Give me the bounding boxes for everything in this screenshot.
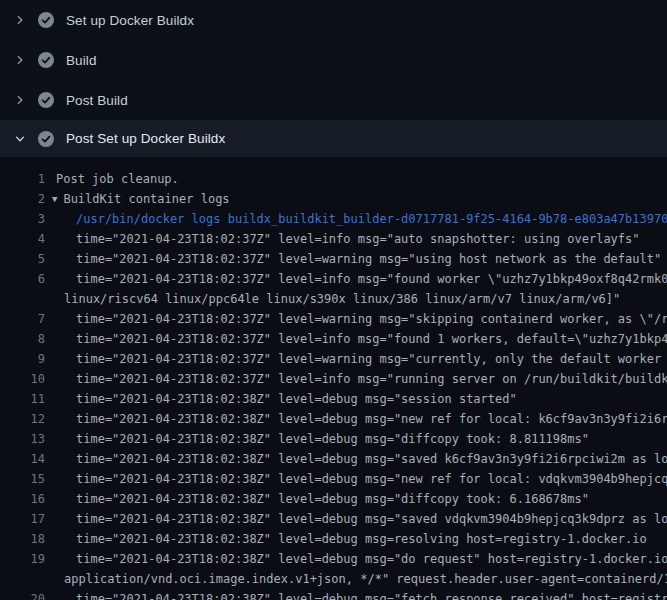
log-line: 15time="2021-04-23T18:02:38Z" level=debu…: [0, 469, 667, 489]
log-line-continuation: application/vnd.oci.image.index.v1+json,…: [0, 569, 667, 589]
step-row-build[interactable]: Build: [0, 40, 667, 80]
log-line: 12time="2021-04-23T18:02:38Z" level=debu…: [0, 409, 667, 429]
step-label: Post Build: [66, 93, 128, 108]
log-line: 9time="2021-04-23T18:02:37Z" level=warni…: [0, 349, 667, 369]
log-line: 16time="2021-04-23T18:02:38Z" level=debu…: [0, 489, 667, 509]
log-line-number[interactable]: 18: [0, 529, 45, 549]
log-line: 18time="2021-04-23T18:02:38Z" level=debu…: [0, 529, 667, 549]
log-line-text: time="2021-04-23T18:02:37Z" level=info m…: [45, 329, 667, 349]
log-line: 13time="2021-04-23T18:02:38Z" level=debu…: [0, 429, 667, 449]
log-line: 7time="2021-04-23T18:02:37Z" level=warni…: [0, 309, 667, 329]
check-circle-icon: [38, 52, 54, 68]
chevron-right-icon: [12, 92, 28, 108]
log-line: 1Post job cleanup.: [0, 169, 667, 189]
check-circle-icon: [38, 92, 54, 108]
step-row-set-up-docker-buildx[interactable]: Set up Docker Buildx: [0, 0, 667, 40]
log-line-text: time="2021-04-23T18:02:37Z" level=info m…: [45, 369, 667, 389]
log-line-number[interactable]: 3: [0, 209, 45, 229]
log-line-text[interactable]: ▼BuildKit container logs: [45, 189, 230, 209]
log-line-text: time="2021-04-23T18:02:37Z" level=warnin…: [45, 309, 667, 329]
log-line-number[interactable]: 14: [0, 449, 45, 469]
log-line-text: time="2021-04-23T18:02:37Z" level=info m…: [45, 269, 667, 289]
step-label: Build: [66, 53, 97, 68]
log-line: 8time="2021-04-23T18:02:37Z" level=info …: [0, 329, 667, 349]
log-line-text: time="2021-04-23T18:02:38Z" level=debug …: [45, 489, 589, 509]
log-line-number[interactable]: 17: [0, 509, 45, 529]
log-line-number[interactable]: 1: [0, 169, 45, 189]
log-line-text: time="2021-04-23T18:02:38Z" level=debug …: [45, 389, 517, 409]
log-line-text: time="2021-04-23T18:02:37Z" level=warnin…: [45, 249, 661, 269]
log-line-number[interactable]: 4: [0, 229, 45, 249]
check-circle-icon: [38, 131, 54, 147]
log-line-text: time="2021-04-23T18:02:38Z" level=debug …: [45, 549, 667, 569]
log-line-text: time="2021-04-23T18:02:38Z" level=debug …: [45, 529, 647, 549]
log-line: 5time="2021-04-23T18:02:37Z" level=warni…: [0, 249, 667, 269]
log-line-number[interactable]: 5: [0, 249, 45, 269]
log-line: 10time="2021-04-23T18:02:37Z" level=info…: [0, 369, 667, 389]
chevron-right-icon: [12, 12, 28, 28]
check-circle-icon: [38, 12, 54, 28]
log-line-text: time="2021-04-23T18:02:38Z" level=debug …: [45, 409, 667, 429]
log-line-text: linux/riscv64 linux/ppc64le linux/s390x …: [45, 289, 620, 309]
log-line-number[interactable]: 8: [0, 329, 45, 349]
log-line-text: time="2021-04-23T18:02:38Z" level=debug …: [45, 429, 589, 449]
log-line-command: 3/usr/bin/docker logs buildx_buildkit_bu…: [0, 209, 667, 229]
log-line-text: time="2021-04-23T18:02:37Z" level=info m…: [45, 229, 640, 249]
chevron-right-icon: [12, 52, 28, 68]
log-line: 11time="2021-04-23T18:02:38Z" level=debu…: [0, 389, 667, 409]
log-line-number[interactable]: 11: [0, 389, 45, 409]
log-line-text: time="2021-04-23T18:02:38Z" level=debug …: [45, 469, 667, 489]
log-line: 20time="2021-04-23T18:02:38Z" level=debu…: [0, 589, 667, 600]
step-row-post-set-up-docker-buildx[interactable]: Post Set up Docker Buildx: [0, 120, 667, 157]
log-line-text: time="2021-04-23T18:02:38Z" level=debug …: [45, 589, 667, 600]
log-line-number[interactable]: 19: [0, 549, 45, 569]
step-label: Post Set up Docker Buildx: [66, 131, 225, 146]
log-line-text: application/vnd.oci.image.index.v1+json,…: [45, 569, 667, 589]
log-line-text: time="2021-04-23T18:02:37Z" level=warnin…: [45, 349, 667, 369]
log-line-group: 2▼BuildKit container logs: [0, 189, 667, 209]
log-line-number[interactable]: 15: [0, 469, 45, 489]
chevron-down-icon: [12, 131, 28, 147]
step-label: Set up Docker Buildx: [66, 13, 194, 28]
log-line-number: [0, 569, 45, 589]
log-line-number[interactable]: 20: [0, 589, 45, 600]
log-line-number[interactable]: 10: [0, 369, 45, 389]
log-line-continuation: linux/riscv64 linux/ppc64le linux/s390x …: [0, 289, 667, 309]
log-line-number[interactable]: 6: [0, 269, 45, 289]
group-collapse-triangle-icon[interactable]: ▼: [52, 189, 57, 209]
log-line-number[interactable]: 2: [0, 189, 45, 209]
log-line-number[interactable]: 16: [0, 489, 45, 509]
log-output: 1Post job cleanup.2▼BuildKit container l…: [0, 157, 667, 600]
log-line-text: time="2021-04-23T18:02:38Z" level=debug …: [45, 449, 667, 469]
log-line-number: [0, 289, 45, 309]
log-line-number[interactable]: 9: [0, 349, 45, 369]
log-line-text: /usr/bin/docker logs buildx_buildkit_bui…: [45, 209, 667, 229]
log-line-text: time="2021-04-23T18:02:38Z" level=debug …: [45, 509, 667, 529]
actions-log-viewer: Set up Docker Buildx Build Post Build: [0, 0, 667, 600]
step-row-post-build[interactable]: Post Build: [0, 80, 667, 120]
log-line-text: Post job cleanup.: [45, 169, 179, 189]
log-line-number[interactable]: 13: [0, 429, 45, 449]
step-list: Set up Docker Buildx Build Post Build: [0, 0, 667, 157]
log-line: 17time="2021-04-23T18:02:38Z" level=debu…: [0, 509, 667, 529]
log-line: 6time="2021-04-23T18:02:37Z" level=info …: [0, 269, 667, 289]
log-line: 4time="2021-04-23T18:02:37Z" level=info …: [0, 229, 667, 249]
log-line-number[interactable]: 12: [0, 409, 45, 429]
log-line: 14time="2021-04-23T18:02:38Z" level=debu…: [0, 449, 667, 469]
log-line-number[interactable]: 7: [0, 309, 45, 329]
log-line: 19time="2021-04-23T18:02:38Z" level=debu…: [0, 549, 667, 569]
